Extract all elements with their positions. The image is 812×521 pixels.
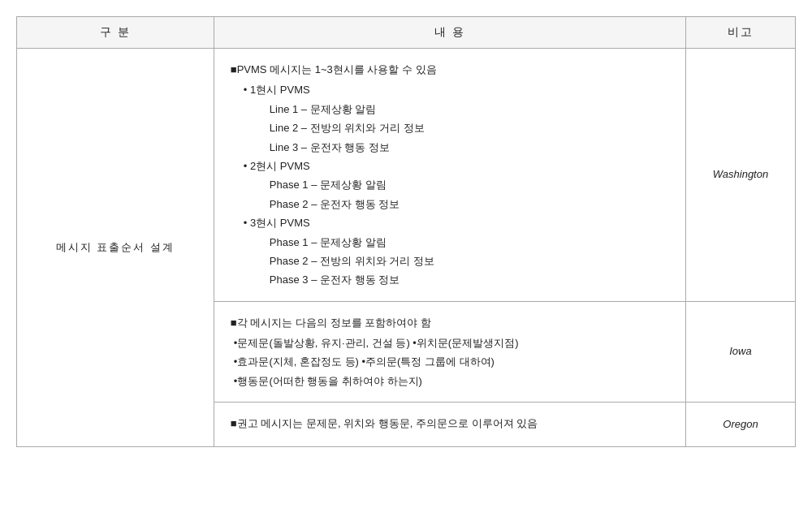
note-cell: Iowa (685, 301, 795, 403)
content-line: ■PVMS 메시지는 1~3현시를 사용할 수 있음 (231, 60, 669, 79)
content-cell: ■권고 메시지는 문제문, 위치와 행동문, 주의문으로 이루어져 있음 (214, 403, 685, 446)
content-line: Line 3 – 운전자 행동 정보 (231, 138, 669, 157)
note-cell: Oregon (685, 403, 795, 446)
content-cell: ■각 메시지는 다음의 정보를 포함하여야 함•문제문(돌발상황, 유지·관리,… (214, 301, 685, 403)
content-line: Phase 2 – 운전자 행동 정보 (231, 195, 669, 213)
content-line: • 2현시 PVMS (231, 157, 669, 175)
header-category: 구 분 (17, 17, 214, 49)
category-cell: 메시지 표출순서 설계 (17, 49, 214, 447)
content-line: ■권고 메시지는 문제문, 위치와 행동문, 주의문으로 이루어져 있음 (231, 414, 669, 433)
content-line: Phase 2 – 전방의 위치와 거리 정보 (231, 252, 669, 270)
content-line: •효과문(지체, 혼잡정도 등) •주의문(특정 그룹에 대하여) (231, 352, 669, 371)
content-line: •행동문(어떠한 행동을 취하여야 하는지) (231, 372, 669, 390)
content-line: ■각 메시지는 다음의 정보를 포함하여야 함 (231, 313, 669, 332)
content-line: •문제문(돌발상황, 유지·관리, 건설 등) •위치문(문제발생지점) (231, 334, 669, 352)
content-line: Phase 3 – 운전자 행동 정보 (231, 270, 669, 289)
content-line: Phase 1 – 문제상황 알림 (231, 233, 669, 252)
content-cell: ■PVMS 메시지는 1~3현시를 사용할 수 있음• 1현시 PVMSLine… (214, 49, 685, 302)
content-line: Line 2 – 전방의 위치와 거리 정보 (231, 118, 669, 137)
content-line: • 3현시 PVMS (231, 213, 669, 232)
header-content: 내 용 (214, 17, 685, 49)
main-table: 구 분 내 용 비고 메시지 표출순서 설계■PVMS 메시지는 1~3현시를 … (16, 16, 796, 447)
table-row: 메시지 표출순서 설계■PVMS 메시지는 1~3현시를 사용할 수 있음• 1… (17, 49, 796, 302)
header-note: 비고 (685, 17, 795, 49)
note-cell: Washington (685, 49, 795, 302)
content-line: Phase 1 – 문제상황 알림 (231, 175, 669, 194)
content-line: Line 1 – 문제상황 알림 (231, 100, 669, 118)
content-line: • 1현시 PVMS (231, 80, 669, 99)
